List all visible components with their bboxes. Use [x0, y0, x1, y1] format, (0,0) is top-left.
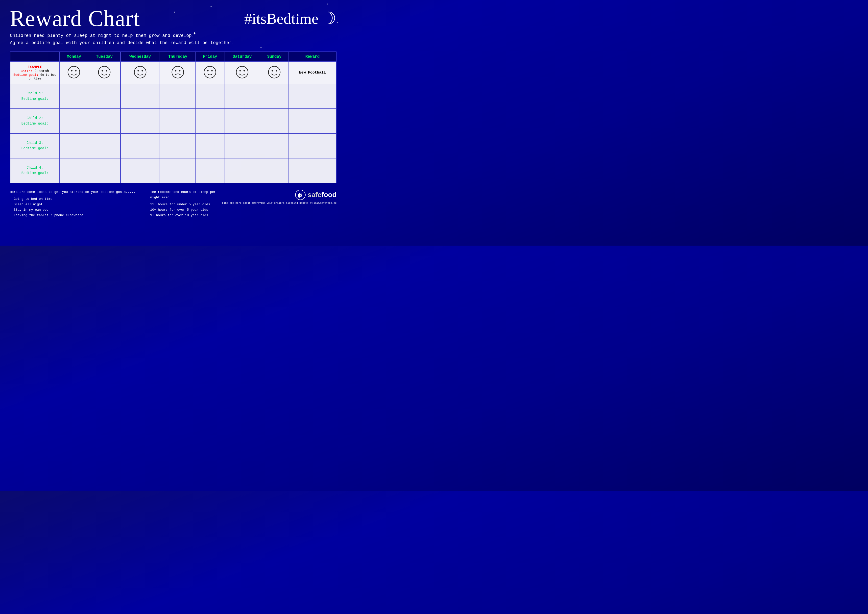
svg-point-18	[268, 66, 281, 78]
child1-label-cell: Child 1: Bedtime goal:	[10, 84, 60, 109]
col-header-tuesday: Tuesday	[88, 52, 120, 62]
child3-saturday	[224, 134, 260, 158]
svg-point-2	[75, 70, 77, 72]
child1-saturday	[224, 84, 260, 109]
svg-point-9	[172, 66, 184, 78]
child2-saturday	[224, 109, 260, 134]
child3-label: Child 3:	[12, 141, 57, 145]
child4-monday	[60, 158, 88, 183]
svg-point-13	[207, 70, 209, 72]
svg-point-14	[211, 70, 213, 72]
child4-friday	[196, 158, 224, 183]
idea-1: · Going to bed on time	[10, 196, 135, 202]
svg-point-7	[137, 70, 139, 72]
svg-point-10	[175, 70, 177, 72]
child3-reward	[289, 134, 336, 158]
example-label: EXAMPLE	[12, 65, 57, 69]
sleep-under5: 11+ hours for under 5 year olds	[150, 202, 222, 207]
col-header-thursday: Thursday	[160, 52, 196, 62]
child2-tuesday	[88, 109, 120, 134]
subtitle: Children need plenty of sleep at night t…	[10, 32, 336, 47]
safefood-logo: safefood	[222, 190, 336, 201]
child4-wednesday	[121, 158, 160, 183]
sleep-heading: The recommended hours of sleep per night…	[150, 190, 222, 200]
child1-tuesday	[88, 84, 120, 109]
col-header-reward: Reward	[289, 52, 336, 62]
svg-point-4	[102, 70, 103, 72]
child3-label-cell: Child 3: Bedtime goal:	[10, 134, 60, 158]
child4-label-cell: Child 4: Bedtime goal:	[10, 158, 60, 183]
svg-point-3	[98, 66, 110, 78]
idea-4: · Leaving the tablet / phone elsewhere	[10, 213, 135, 218]
child3-row: Child 3: Bedtime goal:	[10, 134, 336, 158]
smiley-friday	[203, 65, 217, 79]
child3-monday	[60, 134, 88, 158]
col-header-label	[10, 52, 60, 62]
sleep-over10: 9+ hours for over 10 year olds	[150, 213, 222, 218]
smiley-monday	[67, 65, 81, 79]
col-header-monday: Monday	[60, 52, 88, 62]
child1-wednesday	[121, 84, 160, 109]
child3-wednesday	[121, 134, 160, 158]
idea-2: · Sleep all night	[10, 202, 135, 207]
safefood-brand-text: safefood	[308, 191, 336, 199]
child4-row: Child 4: Bedtime goal:	[10, 158, 336, 183]
header: Reward Chart #itsBedtime ☽	[10, 8, 336, 30]
svg-point-20	[276, 70, 277, 72]
child1-friday	[196, 84, 224, 109]
sleep-over5: 10+ hours for over 5 year olds	[150, 207, 222, 213]
smiley-thursday-sad	[171, 65, 184, 79]
svg-point-6	[134, 66, 146, 78]
col-header-saturday: Saturday	[224, 52, 260, 62]
example-reward-cell: New Football	[289, 62, 336, 84]
child1-reward	[289, 84, 336, 109]
child2-thursday	[160, 109, 196, 134]
safefood-logo-icon	[295, 190, 306, 201]
child1-row: Child 1: Bedtime goal:	[10, 84, 336, 109]
svg-point-0	[68, 66, 80, 78]
child4-saturday	[224, 158, 260, 183]
safefood-website: Find out more about improving your child…	[222, 202, 336, 205]
child2-reward	[289, 109, 336, 134]
hashtag-text: #itsBedtime	[244, 11, 318, 26]
child3-friday	[196, 134, 224, 158]
svg-point-17	[243, 70, 245, 72]
child-label: Child:	[21, 69, 33, 73]
child4-tuesday	[88, 158, 120, 183]
hashtag-title: #itsBedtime ☽	[244, 10, 336, 27]
example-bedtime-goal: Bedtime goal: Go to bed on time	[12, 73, 57, 81]
example-wednesday-cell	[121, 62, 160, 84]
child2-row: Child 2: Bedtime goal:	[10, 109, 336, 134]
idea-3: · Stay in my own bed	[10, 207, 135, 213]
child2-monday	[60, 109, 88, 134]
main-title-block: Reward Chart	[10, 8, 140, 30]
smiley-sunday	[268, 65, 281, 79]
child2-label: Child 2:	[12, 116, 57, 120]
svg-point-5	[105, 70, 107, 72]
svg-point-15	[236, 66, 248, 78]
example-thursday-cell	[160, 62, 196, 84]
child1-thursday	[160, 84, 196, 109]
example-saturday-cell	[224, 62, 260, 84]
smiley-saturday	[235, 65, 249, 79]
child2-friday	[196, 109, 224, 134]
footer-safefood: safefood Find out more about improving y…	[222, 190, 336, 205]
col-header-wednesday: Wednesday	[121, 52, 160, 62]
example-label-cell: EXAMPLE Child: Deborah Bedtime goal: Go …	[10, 62, 60, 84]
col-header-friday: Friday	[196, 52, 224, 62]
smiley-wednesday	[133, 65, 147, 79]
svg-point-19	[272, 70, 273, 72]
ideas-heading: Here are some ideas to get you started o…	[10, 190, 135, 195]
child4-reward	[289, 158, 336, 183]
svg-point-8	[141, 70, 143, 72]
svg-point-1	[71, 70, 73, 72]
subtitle-line1: Children need plenty of sleep at night t…	[10, 32, 336, 39]
smiley-tuesday	[98, 65, 111, 79]
example-friday-cell	[196, 62, 224, 84]
table-header-row: Monday Tuesday Wednesday Thursday Friday…	[10, 52, 336, 62]
safe-text: safe	[308, 191, 321, 199]
child1-label: Child 1:	[12, 91, 57, 95]
bedtime-goal-label: Bedtime goal:	[13, 73, 38, 77]
col-header-sunday: Sunday	[260, 52, 288, 62]
child2-wednesday	[121, 109, 160, 134]
